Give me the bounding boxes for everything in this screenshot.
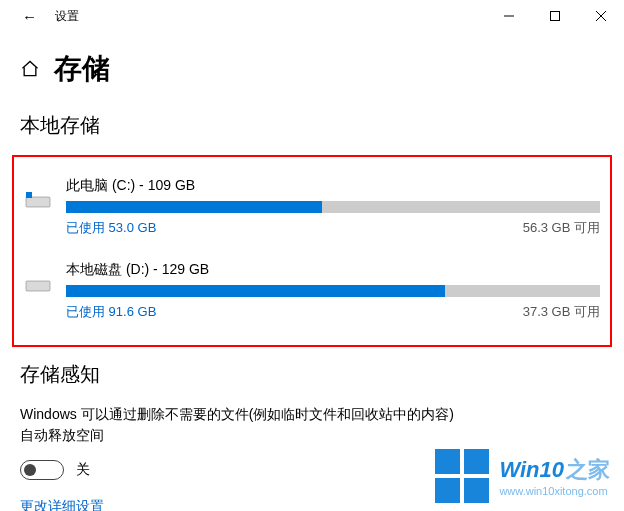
drive-c-bar xyxy=(66,201,600,213)
svg-rect-6 xyxy=(26,281,50,291)
section-storage-sense-title: 存储感知 xyxy=(0,347,624,398)
storage-sense-toggle-label: 关 xyxy=(76,461,90,479)
drive-c-name: 此电脑 (C:) - 109 GB xyxy=(66,177,600,195)
drive-d-name: 本地磁盘 (D:) - 129 GB xyxy=(66,261,600,279)
watermark: Win10之家 www.win10xitong.com xyxy=(435,449,610,503)
minimize-button[interactable] xyxy=(486,0,532,32)
drive-c-bar-fill xyxy=(66,201,322,213)
app-title: 设置 xyxy=(55,8,79,25)
drives-panel: 此电脑 (C:) - 109 GB 已使用 53.0 GB 56.3 GB 可用… xyxy=(12,155,612,347)
drive-c-free: 56.3 GB 可用 xyxy=(523,219,600,237)
windows-logo-icon xyxy=(435,449,489,503)
drive-d-free: 37.3 GB 可用 xyxy=(523,303,600,321)
home-icon[interactable] xyxy=(20,59,40,79)
drive-c[interactable]: 此电脑 (C:) - 109 GB 已使用 53.0 GB 56.3 GB 可用 xyxy=(20,171,604,243)
svg-rect-5 xyxy=(26,192,32,198)
drive-d-used: 已使用 91.6 GB xyxy=(66,303,156,321)
watermark-url: www.win10xitong.com xyxy=(499,485,610,497)
close-button[interactable] xyxy=(578,0,624,32)
titlebar: ← 设置 xyxy=(0,0,624,32)
section-local-storage-title: 本地存储 xyxy=(0,98,624,149)
drive-d-bar xyxy=(66,285,600,297)
maximize-button[interactable] xyxy=(532,0,578,32)
drive-c-icon xyxy=(24,177,52,237)
page-header: 存储 xyxy=(0,32,624,98)
back-button[interactable]: ← xyxy=(22,8,37,25)
window-controls xyxy=(486,0,624,32)
toggle-knob xyxy=(24,464,36,476)
storage-sense-description: Windows 可以通过删除不需要的文件(例如临时文件和回收站中的内容)自动释放… xyxy=(0,398,480,460)
page-title: 存储 xyxy=(54,50,110,88)
svg-rect-4 xyxy=(26,197,50,207)
drive-c-used: 已使用 53.0 GB xyxy=(66,219,156,237)
watermark-brand: Win10之家 xyxy=(499,455,610,485)
svg-rect-1 xyxy=(551,12,560,21)
storage-sense-toggle[interactable] xyxy=(20,460,64,480)
drive-d-icon xyxy=(24,261,52,321)
drive-d[interactable]: 本地磁盘 (D:) - 129 GB 已使用 91.6 GB 37.3 GB 可… xyxy=(20,255,604,327)
drive-d-bar-fill xyxy=(66,285,445,297)
